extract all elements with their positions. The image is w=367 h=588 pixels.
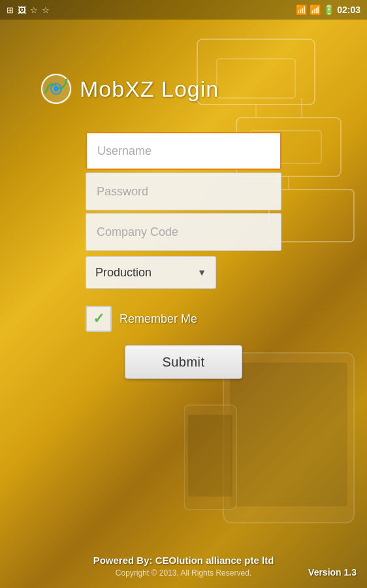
submit-button[interactable]: Submit [125,345,242,379]
status-bar: ⊞ 🖼 ☆ ☆ 📶 📶 🔋 02:03 [0,0,367,20]
image-icon: 🖼 [18,5,26,15]
wifi-icon: 📶 [296,5,307,15]
version-text: Version 1.3 [308,567,357,578]
battery-icon: 🔋 [323,5,334,15]
remember-me-row: ✓ Remember Me [86,306,281,332]
star-icon: ☆ [30,5,38,15]
main-content: MobXZ Login Production ▼ ✓ Remember Me S… [0,20,367,588]
password-input[interactable] [86,172,281,210]
company-code-input[interactable] [86,213,281,251]
app-logo-icon [39,72,73,106]
logo-area: MobXZ Login [39,72,219,106]
footer: Powered By: CEOlution alliance pte ltd C… [0,555,367,588]
environment-selected: Production [95,266,152,280]
login-form: Production ▼ ✓ Remember Me Submit [0,132,367,379]
app-title: MobXZ Login [80,76,219,102]
username-input[interactable] [86,132,281,170]
environment-dropdown-container: Production ▼ [86,256,281,289]
status-bar-right: 📶 📶 🔋 02:03 [296,5,360,15]
star2-icon: ☆ [42,5,50,15]
environment-dropdown[interactable]: Production ▼ [86,256,216,289]
status-bar-left: ⊞ 🖼 ☆ ☆ [7,5,50,15]
apps-icon: ⊞ [7,5,14,15]
signal-icon: 📶 [310,5,321,15]
dropdown-arrow-icon: ▼ [197,267,206,278]
time-display: 02:03 [337,5,360,15]
remember-me-label: Remember Me [120,312,197,326]
checkmark-icon: ✓ [93,312,104,326]
remember-me-checkbox[interactable]: ✓ [86,306,112,332]
powered-by-text: Powered By: CEOlution alliance pte ltd [0,555,367,566]
svg-point-15 [54,86,59,91]
